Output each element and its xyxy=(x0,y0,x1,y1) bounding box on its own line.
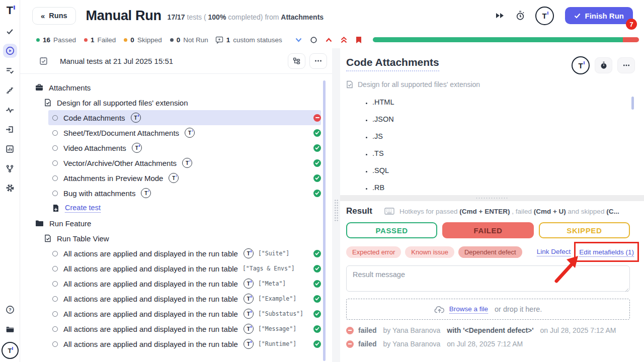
branches-nav-icon[interactable] xyxy=(3,161,17,175)
defect-tag[interactable]: Known issue xyxy=(405,246,454,258)
user-avatar[interactable]: T xyxy=(2,342,19,359)
tree-row[interactable]: Attachments in Preview Mode T xyxy=(48,170,321,186)
tree-row[interactable]: All actions are applied and displayed in… xyxy=(48,261,321,276)
legend-item: 1 Failed xyxy=(84,36,116,44)
test-list-nav-icon[interactable] xyxy=(3,63,17,77)
skipped-button[interactable]: SKIPPED xyxy=(539,222,630,238)
tree-row[interactable]: Sheet/Text/Document Attachments T xyxy=(48,125,321,140)
automated-t-badge-icon: T xyxy=(131,113,141,123)
tree-row[interactable]: Code Attachments T xyxy=(48,110,321,125)
legend-label: Passed xyxy=(53,36,76,44)
project-logo-icon[interactable]: T xyxy=(535,7,554,25)
tree-view-button[interactable] xyxy=(288,53,305,69)
defect-tag[interactable]: Expected error xyxy=(346,246,401,258)
settings-gear-icon[interactable] xyxy=(3,181,17,195)
edit-metafields-link[interactable]: Edit metafields (1) xyxy=(579,248,634,257)
tree-more-button[interactable] xyxy=(309,53,327,69)
annotation-highlight-box: Edit metafields (1) xyxy=(574,242,639,262)
back-to-runs-button[interactable]: « Runs xyxy=(32,7,76,25)
projects-folder-icon[interactable] xyxy=(3,322,17,336)
status-passed-icon xyxy=(313,310,321,318)
legend-item: 0 Skipped xyxy=(124,36,162,44)
automated-t-badge-icon: T xyxy=(132,143,142,153)
back-chevrons-icon: « xyxy=(41,12,45,20)
automated-t-badge-icon: T xyxy=(244,294,254,304)
detail-more-button[interactable] xyxy=(617,57,635,73)
circle-filter-icon[interactable] xyxy=(310,37,317,43)
file-dropzone[interactable]: Browse a file or drop it here. xyxy=(346,299,630,320)
automated-t-badge-icon: T xyxy=(141,188,151,198)
automated-t-logo-icon[interactable]: T xyxy=(572,56,590,74)
tree-row[interactable]: Attachments xyxy=(32,80,321,95)
tree-row[interactable]: Vector/Archive/Other Attachments T xyxy=(48,155,321,170)
tree-row[interactable]: All actions are applied and displayed in… xyxy=(48,291,321,306)
tree-row[interactable]: All actions are applied and displayed in… xyxy=(48,306,321,321)
runs-nav-icon[interactable] xyxy=(3,44,17,58)
pulse-nav-icon[interactable] xyxy=(3,103,17,117)
defect-tags: Expected errorKnown issueDependent defec… xyxy=(346,246,522,258)
detail-scrollbar[interactable] xyxy=(631,97,634,110)
collapse-chevron-icon[interactable] xyxy=(295,38,302,42)
panel-divider[interactable] xyxy=(332,48,340,362)
double-caret-up-icon[interactable] xyxy=(341,37,347,43)
clipboard-check-icon[interactable] xyxy=(39,57,48,65)
result-resize-handle[interactable] xyxy=(340,195,644,201)
result-section: Result Hotkeys for passed (Cmd + ENTER) … xyxy=(340,201,644,348)
completed-percent: 100% xyxy=(208,13,226,21)
tree-row[interactable]: All actions are applied and displayed in… xyxy=(48,246,321,261)
caret-up-icon[interactable] xyxy=(326,38,332,42)
test-bullet-icon xyxy=(52,311,58,317)
testomat-logo-icon: T xyxy=(7,5,13,16)
top-bar: « Runs Manual Run 17/17 tests ( 100% com… xyxy=(20,0,644,31)
tree-row[interactable]: All actions are applied and displayed in… xyxy=(48,321,321,336)
notification-badge[interactable]: 7 xyxy=(626,19,637,30)
result-message-input[interactable] xyxy=(346,265,630,292)
automated-t-badge-icon: T xyxy=(244,324,254,334)
result-heading: Result xyxy=(346,206,372,216)
tree-row[interactable]: Design for all supported files' extensio… xyxy=(41,95,321,110)
tree-row[interactable]: Bug with attachments T xyxy=(48,186,321,201)
finish-run-button[interactable]: Finish Run xyxy=(565,7,633,24)
steps-nav-icon[interactable] xyxy=(3,83,17,97)
failed-button[interactable]: FAILED xyxy=(442,222,533,238)
description-scroll-area[interactable]: .HTML.JSON.JS.TS.SQL.RB.PY xyxy=(340,88,644,195)
tree-row[interactable]: Create test xyxy=(48,201,321,216)
automated-t-badge-icon: T xyxy=(244,279,254,289)
tree-row[interactable]: Video Attachments T xyxy=(48,140,321,155)
back-label: Runs xyxy=(49,12,67,20)
detail-timer-button[interactable] xyxy=(595,57,612,73)
fast-forward-icon[interactable] xyxy=(495,12,505,19)
tree-row[interactable]: All actions are applied and displayed in… xyxy=(48,336,321,351)
detail-title[interactable]: Code Attachments xyxy=(346,56,439,71)
progress-passed-segment xyxy=(373,37,623,42)
tree-row-label: Create test xyxy=(65,204,101,213)
divider-drag-handle-icon[interactable] xyxy=(334,199,339,222)
progress-failed-segment xyxy=(623,37,639,42)
status-passed-icon xyxy=(313,159,321,167)
passed-button[interactable]: PASSED xyxy=(346,222,437,238)
status-legend: 16 Passed 1 Failed 0 Skipped 0 xyxy=(36,36,208,44)
custom-label: custom statuses xyxy=(233,36,282,44)
history-defect: with '<Dependent defect>' xyxy=(447,326,533,334)
tree-row[interactable]: Run Feature xyxy=(32,216,321,231)
tree-row[interactable]: Run Table View xyxy=(41,231,321,246)
help-icon[interactable]: ? xyxy=(3,303,17,317)
timer-icon[interactable] xyxy=(515,11,525,21)
tree-title: Manual tests at 21 Jul 2025 15:51 xyxy=(60,57,173,65)
history-status-word: failed xyxy=(358,340,377,348)
analytics-nav-icon[interactable] xyxy=(3,142,17,156)
extension-item: .JSON xyxy=(372,111,644,128)
defect-tag[interactable]: Dependent defect xyxy=(458,246,522,258)
import-nav-icon[interactable] xyxy=(3,122,17,136)
tree-row-label: Sheet/Text/Document Attachments xyxy=(63,129,179,137)
test-bullet-icon xyxy=(52,130,58,136)
bookmark-icon[interactable] xyxy=(356,36,362,44)
checks-nav-icon[interactable] xyxy=(3,24,17,38)
link-defect-link[interactable]: Link Defect xyxy=(537,248,571,256)
tree-row-label: All actions are applied and displayed in… xyxy=(63,295,238,303)
tree-row[interactable]: All actions are applied and displayed in… xyxy=(48,276,321,291)
browse-file-link[interactable]: Browse a file xyxy=(449,305,488,314)
tree-row-label: All actions are applied and displayed in… xyxy=(63,280,238,288)
tree-row-label: All actions are applied and displayed in… xyxy=(63,340,238,348)
tree-scrollbar[interactable] xyxy=(323,80,326,361)
